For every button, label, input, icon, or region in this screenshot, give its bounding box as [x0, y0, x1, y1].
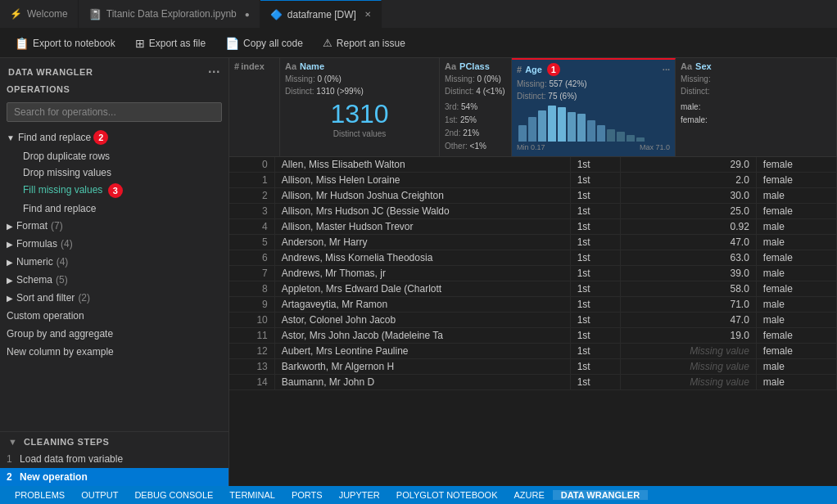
op-group-schema-header[interactable]: ▶ Schema (5) — [0, 271, 228, 289]
text-type-icon-sex: Aa — [681, 61, 692, 71]
col-header-pclass[interactable]: Aa PClass Missing: 0 (0%) Distinct: 4 (<… — [440, 58, 512, 156]
sex-cell: male — [756, 235, 836, 250]
sidebar-item-find-replace[interactable]: Find and replace — [0, 200, 228, 217]
op-group-schema-label: Schema — [16, 274, 52, 286]
status-debug[interactable]: DEBUG CONSOLE — [126, 490, 221, 500]
status-output[interactable]: OUTPUT — [73, 490, 126, 500]
table-row[interactable]: 1 Allison, Miss Helen Loraine 1st 2.0 fe… — [229, 173, 837, 188]
hash-icon-age: # — [517, 65, 522, 74]
sidebar-item-drop-duplicate[interactable]: Drop duplicate rows — [0, 148, 228, 164]
sidebar-item-fill-missing[interactable]: Fill missing values 3 — [0, 181, 228, 200]
table-row[interactable]: 12 Aubert, Mrs Leontine Pauline 1st Miss… — [229, 344, 837, 359]
status-ports[interactable]: PORTS — [283, 490, 331, 500]
export-file-label: Export as file — [149, 38, 206, 49]
op-group-format-header[interactable]: ▶ Format (7) — [0, 217, 228, 235]
col-header-index[interactable]: # index — [229, 58, 280, 156]
op-group-formulas-header[interactable]: ▶ Formulas (4) — [0, 235, 228, 253]
age-cell: 63.0 — [620, 250, 756, 266]
age-dots-button[interactable]: ··· — [663, 65, 670, 74]
table-row[interactable]: 13 Barkworth, Mr Algernon H 1st Missing … — [229, 359, 837, 375]
table-row[interactable]: 6 Andrews, Miss Kornelia Theodosia 1st 6… — [229, 250, 837, 266]
index-cell: 7 — [229, 266, 274, 281]
name-cell: Allen, Miss Elisabeth Walton — [274, 157, 570, 173]
copy-code-button[interactable]: 📄 Copy all code — [217, 34, 311, 53]
sidebar-item-drop-missing[interactable]: Drop missing values — [0, 164, 228, 181]
pclass-cell: 1st — [570, 173, 620, 188]
chevron-down-icon: ▼ — [7, 133, 15, 142]
cleaning-section: ▼ CLEANING STEPS 1 Load data from variab… — [0, 431, 228, 486]
sidebar-item-new-column[interactable]: New column by example — [0, 343, 228, 361]
col-header-sex[interactable]: Aa Sex Missing: Distinct: male: female: — [676, 58, 837, 156]
status-problems[interactable]: PROBLEMS — [7, 490, 73, 500]
table-row[interactable]: 2 Allison, Mr Hudson Joshua Creighton 1s… — [229, 188, 837, 204]
table-row[interactable]: 3 Allison, Mrs Hudson JC (Bessie Waldo 1… — [229, 204, 837, 219]
numeric-count: (4) — [57, 256, 69, 268]
search-input[interactable] — [7, 102, 222, 122]
op-group-formulas-label: Formulas — [16, 238, 57, 250]
status-data-wrangler[interactable]: DATA WRANGLER — [553, 490, 648, 500]
hist-bar-6 — [568, 112, 576, 142]
op-group-numeric-header[interactable]: ▶ Numeric (4) — [0, 253, 228, 271]
col-header-name[interactable]: Aa Name Missing: 0 (0%) Distinct: 1310 (… — [280, 58, 440, 156]
op-group-sort-filter: ▶ Sort and filter (2) — [0, 289, 228, 307]
tab-welcome[interactable]: ⚡ Welcome — [0, 0, 79, 29]
cleaning-step-2[interactable]: 2 New operation — [0, 468, 228, 486]
table-row[interactable]: 4 Allison, Master Hudson Trevor 1st 0.92… — [229, 219, 837, 235]
sidebar-item-group-aggregate[interactable]: Group by and aggregate — [0, 325, 228, 343]
formulas-count: (4) — [61, 238, 73, 250]
hist-bar-9 — [597, 125, 605, 142]
index-cell: 13 — [229, 359, 274, 375]
tab-titanic[interactable]: 📓 Titanic Data Exploration.ipynb ● — [79, 0, 260, 29]
export-notebook-button[interactable]: 📋 Export to notebook — [7, 34, 124, 53]
table-row[interactable]: 11 Astor, Mrs John Jacob (Madeleine Ta 1… — [229, 328, 837, 344]
hist-bar-8 — [587, 120, 595, 142]
op-group-find-replace-header[interactable]: ▼ Find and replace 2 — [0, 127, 228, 148]
close-titanic-icon[interactable]: ● — [245, 10, 250, 19]
name-cell: Andrews, Miss Kornelia Theodosia — [274, 250, 570, 266]
find-replace-badge: 2 — [93, 130, 108, 145]
tab-dataframe[interactable]: 🔷 dataframe [DW] ✕ — [260, 0, 382, 29]
age-badge: 1 — [547, 63, 560, 76]
name-cell: Astor, Mrs John Jacob (Madeleine Ta — [274, 328, 570, 344]
table-row[interactable]: 5 Anderson, Mr Harry 1st 47.0 male — [229, 235, 837, 250]
table-row[interactable]: 8 Appleton, Mrs Edward Dale (Charlott 1s… — [229, 281, 837, 297]
op-group-sort-filter-header[interactable]: ▶ Sort and filter (2) — [0, 289, 228, 307]
col-header-age[interactable]: # Age 1 ··· Missing: 557 (42%) Distinct:… — [512, 58, 676, 156]
index-cell: 12 — [229, 344, 274, 359]
table-row[interactable]: 7 Andrews, Mr Thomas, jr 1st 39.0 male — [229, 266, 837, 281]
report-issue-button[interactable]: ⚠ Report an issue — [314, 34, 414, 52]
status-polyglot[interactable]: POLYGLOT NOTEBOOK — [388, 490, 506, 500]
cleaning-step-1[interactable]: 1 Load data from variable — [0, 450, 228, 468]
table-row[interactable]: 14 Baumann, Mr John D 1st Missing value … — [229, 375, 837, 390]
pclass-cell: 1st — [570, 328, 620, 344]
table-row[interactable]: 0 Allen, Miss Elisabeth Walton 1st 29.0 … — [229, 157, 837, 173]
op-group-formulas: ▶ Formulas (4) — [0, 235, 228, 253]
age-min-label: Min 0.17 — [517, 143, 545, 151]
status-azure[interactable]: AZURE — [505, 490, 552, 500]
op-group-format: ▶ Format (7) — [0, 217, 228, 235]
name-cell: Astor, Colonel John Jacob — [274, 313, 570, 328]
export-file-button[interactable]: ⊞ Export as file — [127, 34, 214, 53]
age-max-label: Max 71.0 — [640, 143, 670, 151]
op-group-sort-filter-label: Sort and filter — [16, 292, 75, 304]
status-jupyter[interactable]: JUPYTER — [331, 490, 388, 500]
data-table-wrapper[interactable]: 0 Allen, Miss Elisabeth Walton 1st 29.0 … — [229, 157, 837, 486]
index-cell: 6 — [229, 250, 274, 266]
sidebar-item-custom-operation[interactable]: Custom operation — [0, 307, 228, 325]
sex-cell: female — [756, 204, 836, 219]
age-cell: Missing value — [620, 359, 756, 375]
hash-icon: # — [234, 61, 239, 71]
sex-cell: male — [756, 313, 836, 328]
chevron-right-icon5: ▶ — [7, 294, 13, 303]
table-row[interactable]: 10 Astor, Colonel John Jacob 1st 47.0 ma… — [229, 313, 837, 328]
pclass-cell: 1st — [570, 281, 620, 297]
status-terminal[interactable]: TERMINAL — [221, 490, 283, 500]
sidebar-dots-button[interactable]: ··· — [208, 65, 220, 79]
close-dataframe-icon[interactable]: ✕ — [364, 10, 371, 19]
sex-cell: male — [756, 359, 836, 375]
index-cell: 8 — [229, 281, 274, 297]
sex-cell: male — [756, 266, 836, 281]
op-group-schema: ▶ Schema (5) — [0, 271, 228, 289]
table-row[interactable]: 9 Artagaveytia, Mr Ramon 1st 71.0 male — [229, 297, 837, 313]
name-cell: Aubert, Mrs Leontine Pauline — [274, 344, 570, 359]
